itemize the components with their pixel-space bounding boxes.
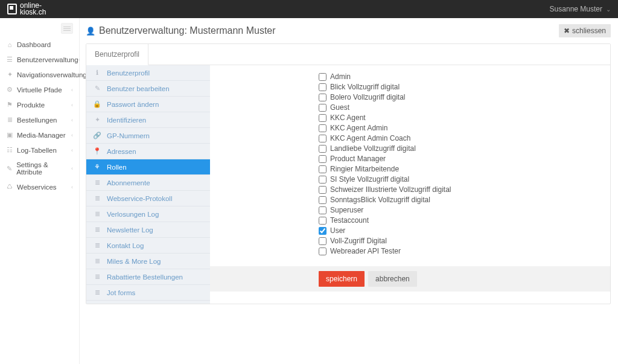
subnav-item-label: Identifizieren	[107, 117, 146, 124]
logo-line2: kiosk.ch	[20, 9, 46, 16]
subnav-item-icon: ≣	[94, 241, 101, 249]
subnav-item[interactable]: ≣Newsletter Log	[86, 222, 210, 238]
sidebar-item[interactable]: ≣Bestellungen‹	[0, 112, 79, 127]
main: 👤 Benutzerverwaltung: Mustermann Muster …	[80, 18, 618, 364]
role-label: Admin	[330, 72, 351, 81]
role-checkbox[interactable]	[319, 186, 327, 194]
page-title-text: Benutzerverwaltung: Mustermann Muster	[99, 25, 276, 36]
role-checkbox[interactable]	[319, 227, 327, 235]
role-checkbox-row[interactable]: KKC Agent	[319, 113, 598, 122]
topbar: online- kiosk.ch Susanne Muster ⌄	[0, 0, 618, 18]
role-checkbox-row[interactable]: Voll-Zugriff Digital	[319, 237, 598, 245]
sidebar-item-label: Dashboard	[17, 41, 51, 48]
role-checkbox[interactable]	[319, 217, 327, 225]
subnav-item-label: Benutzer bearbeiten	[107, 85, 170, 92]
subnav-item[interactable]: ≣Jot forms	[86, 285, 210, 301]
role-label: Testaccount	[330, 216, 369, 225]
role-checkbox-row[interactable]: Product Manager	[319, 155, 598, 163]
sidebar-item[interactable]: ⌂Dashboard	[0, 37, 79, 52]
subnav-item[interactable]: ≣Kontakt Log	[86, 238, 210, 254]
role-checkbox[interactable]	[319, 124, 327, 132]
subnav-item[interactable]: ✎Benutzer bearbeiten	[86, 81, 210, 97]
role-checkbox-row[interactable]: Superuser	[319, 206, 598, 214]
subnav-item[interactable]: 📍Adressen	[86, 144, 210, 159]
save-button[interactable]: speichern	[319, 271, 365, 287]
subnav-item[interactable]: ≣Rabattierte Bestellungen	[86, 269, 210, 285]
role-label: Webreader API Tester	[330, 247, 401, 255]
subnav-item-icon: ≣	[94, 257, 101, 265]
sidebar-item[interactable]: ☷Log-Tabellen‹	[0, 142, 79, 158]
sidebar-item[interactable]: ▣Media-Manager‹	[0, 127, 79, 142]
subnav-item[interactable]: ≣Webservice-Protokoll	[86, 191, 210, 206]
role-checkbox[interactable]	[319, 196, 327, 204]
sidebar-item-label: Virtuelle Pfade	[17, 86, 62, 94]
sidebar-item-label: Benutzerverwaltung	[17, 56, 78, 63]
role-checkbox[interactable]	[319, 114, 327, 122]
subnav-item-icon: ✦	[94, 116, 101, 124]
role-checkbox[interactable]	[319, 135, 327, 142]
sidebar-item[interactable]: ♺Webservices‹	[0, 179, 79, 194]
role-checkbox-row[interactable]: SI Style Vollzugriff digital	[319, 175, 598, 184]
sidebar-item[interactable]: ⚙Virtuelle Pfade‹	[0, 82, 79, 97]
sidebar-item[interactable]: ⚑Produkte‹	[0, 97, 79, 112]
sidebar-item-label: Settings & Attribute	[16, 161, 71, 176]
role-checkbox-row[interactable]: Bolero Vollzugriff digital	[319, 93, 598, 101]
tab-benutzerprofil[interactable]: Benutzerprofil	[86, 44, 148, 65]
chevron-left-icon: ‹	[71, 184, 73, 190]
role-checkbox-row[interactable]: SonntagsBlick Vollzugriff digital	[319, 196, 598, 204]
subnav-item[interactable]: 🔒Passwort ändern	[86, 97, 210, 112]
role-label: SonntagsBlick Vollzugriff digital	[330, 196, 430, 204]
role-checkbox[interactable]	[319, 94, 327, 101]
role-checkbox[interactable]	[319, 155, 327, 163]
subnav-item[interactable]: ✦Identifizieren	[86, 112, 210, 128]
sidebar-item[interactable]: ✦Navigationsverwaltung‹	[0, 67, 79, 82]
role-checkbox[interactable]	[319, 206, 327, 214]
role-label: Bolero Vollzugriff digital	[330, 93, 406, 101]
subnav-item[interactable]: ≣Verlosungen Log	[86, 206, 210, 222]
role-checkbox[interactable]	[319, 165, 327, 173]
role-checkbox-row[interactable]: Webreader API Tester	[319, 247, 598, 255]
sidebar-item[interactable]: ✎Settings & Attribute‹	[0, 158, 79, 179]
cancel-button[interactable]: abbrechen	[368, 271, 417, 287]
chevron-left-icon: ‹	[71, 147, 73, 153]
site-logo[interactable]: online- kiosk.ch	[7, 2, 46, 16]
role-checkbox-row[interactable]: Guest	[319, 103, 598, 112]
sidebar-toggle-button[interactable]	[61, 23, 73, 34]
role-label: SI Style Vollzugriff digital	[330, 175, 409, 184]
role-label: Schweizer Illustrierte Vollzugriff digit…	[330, 185, 451, 194]
sidebar-item-icon: ✦	[6, 71, 13, 78]
close-button[interactable]: ✖ schliessen	[559, 24, 611, 37]
subnav-item[interactable]: ⚘Rollen	[86, 159, 210, 175]
role-checkbox[interactable]	[319, 247, 327, 255]
logo-icon	[7, 4, 17, 14]
role-checkbox-row[interactable]: Ringier Mitarbeitende	[319, 165, 598, 173]
sidebar-item-label: Produkte	[17, 101, 45, 109]
role-label: Product Manager	[330, 155, 386, 163]
role-checkbox-row[interactable]: User	[319, 226, 598, 235]
subnav-item[interactable]: ≣Abonnemente	[86, 175, 210, 191]
role-checkbox[interactable]	[319, 145, 327, 153]
role-checkbox-row[interactable]: KKC Agent Admin Coach	[319, 134, 598, 142]
subnav-item-label: Rabattierte Bestellungen	[107, 273, 183, 281]
role-checkbox-row[interactable]: Landliebe Vollzugriff digital	[319, 144, 598, 153]
subnav-item[interactable]: ℹBenutzerprofil	[86, 65, 210, 81]
subnav-item-icon: ≣	[94, 194, 101, 202]
role-checkbox-row[interactable]: Blick Vollzugriff digital	[319, 83, 598, 91]
subnav-item[interactable]: 🔗GP-Nummern	[86, 128, 210, 144]
role-checkbox-row[interactable]: KKC Agent Admin	[319, 124, 598, 132]
close-icon: ✖	[564, 27, 570, 35]
subnav-item[interactable]: ≣Miles & More Log	[86, 254, 210, 269]
role-checkbox[interactable]	[319, 237, 327, 245]
subnav-item-label: Benutzerprofil	[107, 69, 150, 77]
role-checkbox-row[interactable]: Schweizer Illustrierte Vollzugriff digit…	[319, 185, 598, 194]
user-menu[interactable]: Susanne Muster ⌄	[550, 5, 611, 13]
sidebar-item[interactable]: ☰Benutzerverwaltung‹	[0, 52, 79, 67]
role-checkbox[interactable]	[319, 104, 327, 112]
role-label: KKC Agent	[330, 113, 366, 122]
role-checkbox-row[interactable]: Testaccount	[319, 216, 598, 225]
subnav-item-label: Verlosungen Log	[107, 211, 159, 218]
role-checkbox[interactable]	[319, 73, 327, 81]
role-checkbox-row[interactable]: Admin	[319, 72, 598, 81]
role-checkbox[interactable]	[319, 83, 327, 91]
role-checkbox[interactable]	[319, 176, 327, 184]
